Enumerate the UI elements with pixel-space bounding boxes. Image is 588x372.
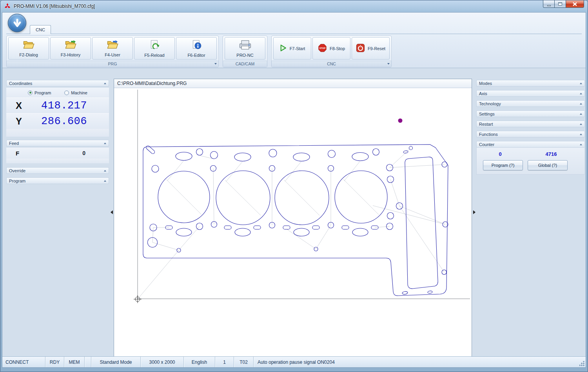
spacer [6,159,109,163]
stop-sign-icon: STOP [318,43,327,53]
drawing-canvas[interactable] [114,88,472,356]
statusbar-tool: T02 [234,357,254,367]
f5-reload-button[interactable]: F5-Reload [134,37,175,60]
section-settings[interactable]: Settings [476,110,585,117]
f9-reset-label: F9-Reset [368,46,385,51]
collapse-arrow-icon [580,83,582,84]
f3-history-button[interactable]: F3-History [50,37,91,60]
left-panel: Coordinates Program Machine X 418.217 Y [6,80,109,184]
section-modes[interactable]: Modes [476,80,585,87]
radio-program-control[interactable] [28,90,33,95]
y-axis-value: 286.606 [29,116,87,127]
close-button[interactable] [566,0,584,8]
group-label-cnc: CNC [272,61,391,67]
ribbon-group-prg: F2-Dialog F3-History [6,36,219,67]
statusbar-language: English [184,357,215,367]
x-axis-label: X [16,100,29,111]
counter-program-value: 0 [477,151,524,157]
collapse-arrow-icon [104,170,106,172]
program-section-header[interactable]: Program [6,177,109,184]
tab-cnc-label: CNC [36,27,45,32]
left-arrow-icon [111,210,113,214]
tab-cnc[interactable]: CNC [30,25,51,34]
statusbar-machine-mode: Standard Mode [91,357,141,367]
pro-nc-label: PRO-NC [236,53,253,58]
ribbon-group-cnc: F7-Start STOP F8-Stop [271,36,392,67]
ribbon-groups: F2-Dialog F3-History [6,34,582,67]
collapse-arrow-icon [104,143,106,144]
group-label-cadcam: CAD/CAM [223,61,267,67]
minimize-icon [547,5,551,6]
reload-icon [150,40,160,51]
maximize-icon [558,2,562,5]
open-folder-icon [23,40,34,51]
maximize-button[interactable] [555,0,566,8]
pro-nc-button[interactable]: PRO-NC [225,37,265,60]
collapse-arrow-icon [580,123,582,125]
section-technology[interactable]: Technology [476,100,585,107]
window-title: PRO-MMI V1.06 [Mitsubishi_M700.cfg] [14,4,95,9]
down-arrow-icon [12,18,22,28]
f4-user-button[interactable]: F4-User [92,37,133,60]
group-label-prg: PRG [7,61,218,67]
minimize-button[interactable] [543,0,555,8]
x-axis-value: 418.217 [29,100,87,112]
f5-reload-label: F5-Reload [144,53,164,58]
radio-machine[interactable]: Machine [64,90,87,95]
f6-editor-button[interactable]: F6-Editor [176,37,217,60]
program-file-path: C:\PRO-MMI\Data\Dichtung.PRG [114,79,472,88]
editor-icon [192,40,201,51]
f7-start-button[interactable]: F7-Start [273,37,311,60]
statusbar-spacer [85,357,91,367]
section-restart[interactable]: Restart [476,121,585,127]
collapse-arrow-icon [580,93,582,94]
override-section-header[interactable]: Override [6,167,109,174]
collapse-arrow-icon [580,113,582,115]
radio-machine-label: Machine [71,90,87,95]
right-arrow-icon [473,210,475,214]
axis-lines [138,90,470,299]
feed-section-header[interactable]: Feed [6,140,109,146]
collapse-left-panel-handle[interactable] [110,206,113,218]
ribbon-group-cadcam: PRO-NC CAD/CAM [223,36,267,67]
window-controls [543,0,584,8]
f9-reset-button[interactable]: F9-Reset [352,37,390,60]
group-launcher-arrow-icon[interactable] [387,63,390,65]
app-menu-button[interactable] [8,14,26,32]
collapse-right-panel-handle[interactable] [472,206,476,218]
statusbar: CONNECT RDY MEM Standard Mode 3000 x 200… [2,356,586,367]
gasket-outline [143,144,448,296]
cnc-machine-icon [239,39,252,51]
statusbar-mem-mode: MEM [64,357,85,367]
f6-editor-label: F6-Editor [187,53,205,58]
collapse-arrow-icon [580,134,582,135]
spacer [6,129,109,137]
counter-program-button[interactable]: Program (?) [483,160,523,170]
coordinates-section-header[interactable]: Coordinates [6,80,109,87]
close-icon [572,2,577,6]
counter-global-button[interactable]: Global (?) [528,160,568,170]
statusbar-work-area: 3000 x 2000 [141,357,184,367]
resize-grip[interactable] [579,361,585,367]
feed-readout: F 0 [6,148,109,159]
mitsubishi-logo-icon [4,3,11,10]
gasket-drawing [114,88,472,356]
radio-program-label: Program [34,90,51,95]
group-launcher-arrow-icon[interactable] [214,63,217,65]
y-axis-readout: Y 286.606 [6,113,109,129]
section-functions[interactable]: Functions [476,131,585,137]
f2-dialog-button[interactable]: F2-Dialog [8,37,49,60]
statusbar-message: Auto operation pause signal ON0204 [254,357,586,367]
app-window: PRO-MMI V1.06 [Mitsubishi_M700.cfg] CNC [0,0,588,372]
f8-stop-button[interactable]: STOP F8-Stop [312,37,350,60]
section-axis[interactable]: Axis [476,90,585,97]
collapse-arrow-icon [104,180,106,182]
f7-start-label: F7-Start [290,46,305,51]
radio-machine-control[interactable] [64,90,69,95]
radio-program[interactable]: Program [28,90,51,95]
counter-content: 0 4716 Program (?) Global (?) [476,148,585,175]
section-counter[interactable]: Counter [476,141,585,148]
f4-user-label: F4-User [105,52,120,57]
right-panel: Modes Axis Technology Settings Restart F… [476,80,585,175]
statusbar-connection: CONNECT [2,357,45,367]
